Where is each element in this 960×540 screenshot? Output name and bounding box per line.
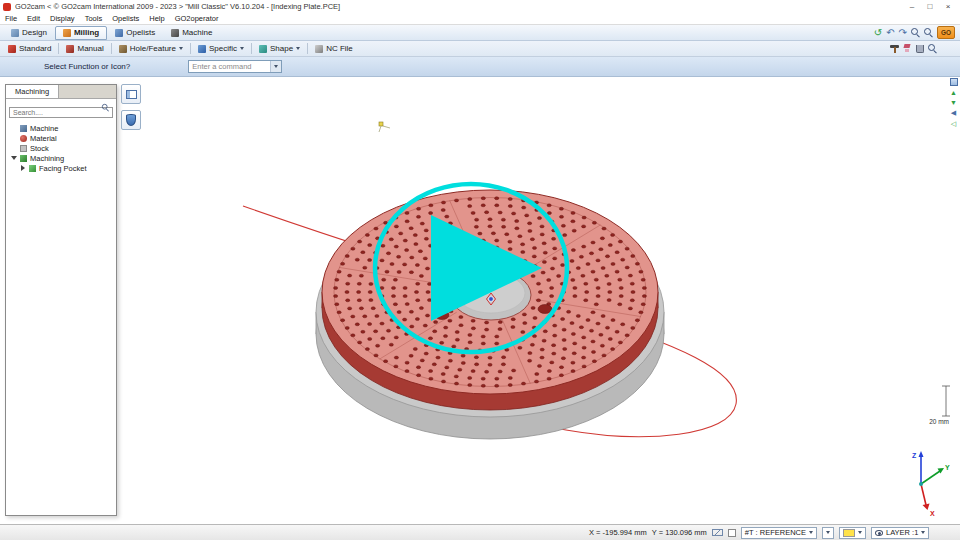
panel-icon xyxy=(126,90,137,99)
tree-label: Stock xyxy=(30,144,49,153)
app-icon xyxy=(3,3,11,11)
bucket-icon[interactable] xyxy=(916,45,924,53)
tree-label: Facing Pocket xyxy=(39,164,87,173)
expand-icon[interactable] xyxy=(21,165,25,171)
combo-dropdown[interactable] xyxy=(270,61,281,72)
standard-label: Standard xyxy=(19,44,51,53)
command-combobox[interactable]: Enter a command xyxy=(188,60,282,73)
protection-button[interactable] xyxy=(121,110,141,130)
mini-combobox[interactable] xyxy=(822,527,834,539)
hole-feature-icon xyxy=(119,45,127,53)
nc-file-button[interactable]: NC File xyxy=(310,42,358,55)
tree-item-facing-pocket[interactable]: Facing Pocket xyxy=(6,163,116,173)
collapse-icon[interactable] xyxy=(11,156,17,160)
tab-milling-label: Milling xyxy=(74,28,99,37)
redo-icon[interactable]: ↷ xyxy=(899,28,907,38)
scale-indicator: 20 mm xyxy=(929,386,950,425)
view-toolbar: ▲ ▼ ◀ ◁ xyxy=(947,78,960,128)
tab-design[interactable]: Design xyxy=(3,26,55,40)
divider xyxy=(251,43,252,54)
zoom-fit-icon[interactable] xyxy=(924,28,933,37)
layer-combobox[interactable]: LAYER :1 xyxy=(871,527,929,539)
arrow-up-icon[interactable]: ▲ xyxy=(950,89,957,96)
maximize-button[interactable]: □ xyxy=(921,2,939,11)
mount-hole xyxy=(538,305,552,314)
divider xyxy=(58,43,59,54)
statusbar-checkbox[interactable] xyxy=(728,529,736,537)
refresh-icon[interactable]: ↺ xyxy=(874,28,882,38)
command-combo-value: Enter a command xyxy=(192,62,251,71)
tree-label: Machine xyxy=(30,124,58,133)
menu-tools[interactable]: Tools xyxy=(80,14,108,23)
standard-button[interactable]: Standard xyxy=(3,42,56,55)
arrow-left-icon[interactable]: ◀ xyxy=(951,109,956,117)
tree-item-stock[interactable]: Stock xyxy=(6,143,116,153)
tree-item-machine[interactable]: Machine xyxy=(6,123,116,133)
menu-help[interactable]: Help xyxy=(144,14,169,23)
tools-icon[interactable] xyxy=(890,44,899,53)
minimize-button[interactable]: – xyxy=(903,2,921,11)
specific-button[interactable]: Specific xyxy=(193,42,249,55)
hole-feature-button[interactable]: Hole/Feature xyxy=(114,42,188,55)
titlebar: GO2cam < © GO2cam International 2009 - 2… xyxy=(0,0,960,13)
hole-feature-label: Hole/Feature xyxy=(130,44,176,53)
material-node-icon xyxy=(20,135,27,142)
menu-opelists[interactable]: Opelists xyxy=(107,14,144,23)
arrow-down-icon[interactable]: ▼ xyxy=(950,99,957,106)
shape-icon xyxy=(259,45,267,53)
standard-icon xyxy=(8,45,16,53)
zoom-icon[interactable] xyxy=(911,28,920,37)
milling-toolbar: Standard Manual Hole/Feature Specific Sh… xyxy=(0,41,960,57)
viewport-3d[interactable]: 20 mm Z Y X xyxy=(0,0,960,540)
tree-item-material[interactable]: Material xyxy=(6,133,116,143)
design-icon xyxy=(11,29,19,37)
facing-pocket-node-icon xyxy=(29,165,36,172)
divider xyxy=(307,43,308,54)
reference-plane-icon[interactable] xyxy=(712,529,723,536)
status-x-coordinate: X = -195.994 mm xyxy=(589,528,647,537)
chevron-down-icon xyxy=(179,47,183,50)
reference-value: #T : REFERENCE xyxy=(745,528,806,537)
undo-icon[interactable]: ↶ xyxy=(886,28,894,38)
search-icon[interactable] xyxy=(102,104,109,111)
manual-button[interactable]: Manual xyxy=(61,42,108,55)
zoom-window-icon[interactable] xyxy=(928,44,937,53)
menu-go2operator[interactable]: GO2operator xyxy=(170,14,224,23)
machining-panel: Machining Machine Material Stock Machini… xyxy=(5,84,117,516)
color-swatch xyxy=(843,529,855,537)
divider xyxy=(190,43,191,54)
axis-label-z: Z xyxy=(912,452,917,459)
menu-file[interactable]: File xyxy=(0,14,22,23)
tree-item-machining[interactable]: Machining xyxy=(6,153,116,163)
tab-machine-label: Machine xyxy=(182,28,212,37)
tab-machine[interactable]: Machine xyxy=(163,26,220,40)
arrow-back-icon[interactable]: ◁ xyxy=(951,120,956,128)
edit-icons xyxy=(890,44,957,53)
nc-file-icon xyxy=(315,45,323,53)
shape-button[interactable]: Shape xyxy=(254,42,305,55)
stock-node-icon xyxy=(20,145,27,152)
ribbon-tabs: Design Milling Opelists Machine ↺ ↶ ↷ GO xyxy=(0,25,960,41)
panel-toggle-button[interactable] xyxy=(121,84,141,104)
search-input[interactable] xyxy=(9,107,113,118)
color-selector[interactable] xyxy=(839,527,866,539)
menu-display[interactable]: Display xyxy=(45,14,80,23)
status-y-coordinate: Y = 130.096 mm xyxy=(652,528,707,537)
chevron-down-icon xyxy=(921,531,925,534)
datum-marker xyxy=(379,122,390,132)
tree-label: Material xyxy=(30,134,57,143)
close-button[interactable]: × xyxy=(939,2,957,11)
brush-icon[interactable] xyxy=(903,44,912,53)
menu-edit[interactable]: Edit xyxy=(22,14,45,23)
menubar: File Edit Display Tools Opelists Help GO… xyxy=(0,13,960,25)
view-window-icon[interactable] xyxy=(950,78,958,86)
tab-opelists[interactable]: Opelists xyxy=(107,26,163,40)
machine-node-icon xyxy=(20,125,27,132)
manual-label: Manual xyxy=(77,44,103,53)
go2operator-button[interactable]: GO xyxy=(937,26,955,39)
reference-combobox[interactable]: #T : REFERENCE xyxy=(741,527,817,539)
tab-milling[interactable]: Milling xyxy=(55,26,107,40)
command-prompt: Select Function or Icon? xyxy=(44,62,130,71)
svg-text:20 mm: 20 mm xyxy=(929,418,949,425)
tab-machining-panel[interactable]: Machining xyxy=(6,85,59,98)
